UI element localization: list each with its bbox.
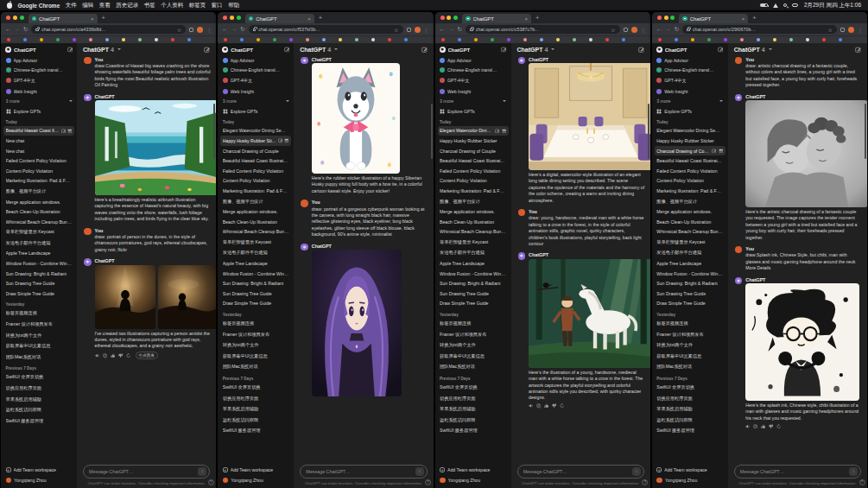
- new-tab-button[interactable]: [317, 14, 324, 22]
- account-item[interactable]: Yongqiang Zhou: [655, 475, 725, 485]
- chrome-profile-avatar[interactable]: [197, 27, 203, 33]
- chat-history-item[interactable]: 切换应用程序页面: [655, 393, 725, 404]
- regenerate-icon[interactable]: [776, 424, 782, 429]
- explore-gpts[interactable]: Explore GPTs: [3, 106, 74, 117]
- chat-history-item[interactable]: New chat: [3, 136, 74, 146]
- gpt-item[interactable]: App Advisor: [3, 55, 74, 66]
- chat-history-item[interactable]: 菜单栏按键显示 Keycast: [655, 237, 725, 248]
- chat-history-item[interactable]: 获取屏幕中UI元素信息: [438, 351, 509, 362]
- chat-history-item[interactable]: 远程系统访问权限: [220, 415, 291, 426]
- copy-icon[interactable]: [753, 424, 758, 429]
- scrollbar-thumb[interactable]: [648, 104, 649, 159]
- chat-history-item[interactable]: 团队Mac系统对话: [438, 362, 509, 373]
- add-team-workspace[interactable]: Add Team workspace: [220, 465, 291, 475]
- more-gpts[interactable]: 3 more: [220, 96, 291, 106]
- explore-gpts[interactable]: Explore GPTs: [220, 106, 291, 117]
- chat-history-item[interactable]: 远程系统访问权限: [3, 404, 74, 415]
- bookmark-favicons[interactable]: [7, 38, 210, 41]
- chat-history-item[interactable]: Draw Simple Tree Guide: [3, 288, 74, 299]
- menubar-item[interactable]: 查看: [99, 2, 111, 10]
- chat-history-item[interactable]: Failed Content Policy Violation: [655, 166, 725, 176]
- chat-history-item[interactable]: Beautiful Hawaii Coast Illustrat…: [3, 126, 74, 136]
- chat-history-item[interactable]: 远程系统访问权限: [438, 415, 509, 426]
- chat-history-item[interactable]: Sun Drawing Tree Guide: [438, 288, 509, 299]
- chat-history-item[interactable]: 团队Mac系统对话: [220, 362, 291, 373]
- new-chat-icon[interactable]: [718, 47, 724, 53]
- chat-history-item[interactable]: 苹果系统启用辅助: [3, 394, 74, 405]
- archive-icon[interactable]: [284, 138, 289, 143]
- chat-history-item[interactable]: Happy Husky Rubber Sticker: [655, 136, 725, 146]
- chat-history-item[interactable]: Beach Clean-Up Illustration: [3, 206, 74, 217]
- gpt-item[interactable]: GPT-4中文: [655, 75, 725, 86]
- zoom-window-button[interactable]: [453, 16, 458, 20]
- chat-history-item[interactable]: Apple Tree Landscape: [438, 258, 509, 269]
- gpt-item[interactable]: GPT-4中文: [438, 75, 509, 86]
- chat-history-item[interactable]: New chat: [3, 146, 74, 156]
- chat-history-item[interactable]: Charcoal Drawing of Couple: [438, 146, 509, 156]
- back-button[interactable]: [222, 27, 228, 33]
- chat-history-item[interactable]: Window Fusion - Combine Wind…: [3, 258, 74, 269]
- gpt-item[interactable]: Chinese-English transl…: [438, 66, 509, 76]
- chat-history-item[interactable]: Elegant Watercolor Dining Se…: [655, 126, 725, 136]
- account-item[interactable]: Yongqiang Zhou: [438, 475, 509, 485]
- chat-history-item[interactable]: Merge application windows.: [655, 206, 725, 217]
- help-button[interactable]: [208, 479, 214, 485]
- forward-button[interactable]: [665, 27, 671, 33]
- chat-history-item[interactable]: Sun Drawing: Bright & Radiant: [438, 278, 509, 288]
- chrome-menu-icon[interactable]: [424, 27, 429, 33]
- new-tab-button[interactable]: [100, 14, 107, 22]
- menubar-clock[interactable]: 2月29日 周四 上午1:06: [804, 2, 861, 10]
- generated-image-cyberpunk-anime-woman[interactable]: [312, 250, 402, 396]
- read-aloud-icon[interactable]: [745, 424, 751, 429]
- chat-history-item[interactable]: 获取屏幕中UI元素信息: [220, 351, 291, 362]
- chat-history-item[interactable]: Beach Clean-Up Illustration: [220, 217, 291, 227]
- chrome-profile-avatar[interactable]: [415, 27, 421, 33]
- minimize-window-button[interactable]: [13, 16, 17, 20]
- compose-icon[interactable]: [638, 47, 644, 53]
- archive-icon[interactable]: [502, 129, 507, 134]
- thumbs-up-icon[interactable]: [544, 403, 549, 409]
- chat-history-item[interactable]: 菜单栏按键显示 Keycast: [3, 227, 74, 238]
- forward-button[interactable]: [231, 27, 238, 33]
- model-version[interactable]: 4: [327, 47, 331, 53]
- menubar-item[interactable]: 标签页: [189, 2, 206, 10]
- new-chat-icon[interactable]: [284, 47, 290, 53]
- chat-history-item[interactable]: Sun Drawing Tree Guide: [220, 288, 291, 299]
- compose-icon[interactable]: [855, 47, 861, 53]
- chat-history-item[interactable]: 苹果系统启用辅助: [655, 403, 725, 415]
- chat-history-item[interactable]: Whimsical Beach Cleanup Bun…: [220, 227, 291, 238]
- model-name[interactable]: ChatGPT: [300, 47, 326, 53]
- regenerate-icon[interactable]: [560, 403, 565, 409]
- explore-gpts[interactable]: Explore GPTs: [655, 106, 725, 117]
- generated-image-splash-ink-chibi[interactable]: [745, 283, 859, 401]
- copy-icon[interactable]: [536, 403, 542, 409]
- chat-history-item[interactable]: 标签页视频连接: [655, 318, 725, 329]
- back-button[interactable]: [656, 27, 662, 33]
- chat-history-item[interactable]: Elegant Watercolor Dining Se…: [438, 126, 509, 136]
- chat-history-item[interactable]: 图像、视频平台设计: [438, 196, 509, 207]
- new-chat-icon[interactable]: [67, 47, 73, 53]
- chat-history-item[interactable]: 菜单栏按键显示 Keycast: [220, 237, 291, 248]
- menubar-item[interactable]: 窗口: [212, 2, 223, 10]
- new-chat-icon[interactable]: [501, 47, 507, 53]
- scrollbar-thumb[interactable]: [431, 104, 433, 159]
- account-item[interactable]: Yongqiang Zhou: [220, 475, 291, 485]
- chat-history-item[interactable]: Draw Simple Tree Guide: [220, 299, 291, 309]
- send-button[interactable]: [198, 467, 206, 476]
- chat-history-item[interactable]: SwiftUI 全屏页切换: [220, 382, 291, 393]
- chat-history-item[interactable]: Framer 设计和项目发布: [220, 329, 291, 340]
- chat-history-item[interactable]: Marketing Illustration: Pad & F…: [3, 176, 74, 187]
- address-bar[interactable]: chat.openai.com/c/f537bf3b…: [249, 25, 403, 34]
- chat-history-item[interactable]: Failed Content Policy Violation: [220, 166, 291, 176]
- chat-history-item[interactable]: SwiftUI 服务器管理: [3, 415, 74, 427]
- add-team-workspace[interactable]: Add Team workspace: [655, 465, 725, 475]
- chat-history-item[interactable]: Failed Content Policy Violation: [438, 166, 509, 176]
- bookmark-favicons[interactable]: [658, 38, 861, 41]
- tab-close-icon[interactable]: [307, 16, 311, 22]
- gpt-item[interactable]: Web Insight: [3, 86, 74, 97]
- explore-gpts[interactable]: Explore GPTs: [438, 106, 509, 117]
- chat-history-item[interactable]: Happy Husky Rubber Sticker: [438, 136, 509, 146]
- menubar-item[interactable]: 帮助: [228, 2, 239, 10]
- gpt-item[interactable]: Chinese-English transl…: [655, 66, 725, 76]
- wifi-icon[interactable]: [773, 3, 778, 8]
